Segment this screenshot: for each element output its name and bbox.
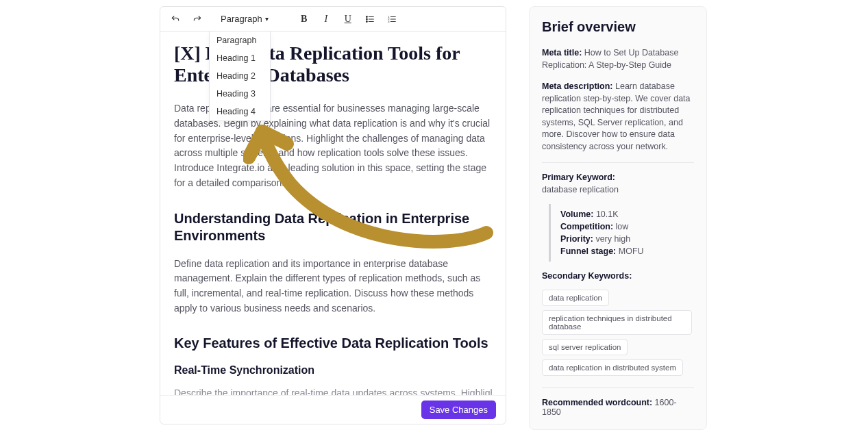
funnel-value: MOFU [619, 246, 644, 256]
numbered-list-button[interactable]: 123 [384, 11, 400, 27]
secondary-keywords-label: Secondary Keywords: [542, 271, 694, 281]
secondary-keyword-tag: sql server replication [542, 339, 628, 355]
meta-title-block: Meta title: How to Set Up Database Repli… [542, 47, 694, 71]
secondary-keyword-tag: data replication [542, 290, 609, 306]
brief-heading: Brief overview [542, 19, 694, 35]
wordcount-label: Recommended wordcount: [542, 398, 652, 407]
subsection-heading[interactable]: Real-Time Synchronization [174, 364, 492, 377]
italic-button[interactable]: I [318, 11, 334, 27]
competition-value: low [616, 222, 629, 231]
svg-point-0 [366, 16, 367, 17]
competition-label: Competition: [560, 222, 613, 231]
meta-title-label: Meta title: [542, 48, 582, 58]
section-heading[interactable]: Understanding Data Replication in Enterp… [174, 210, 492, 244]
priority-value: very high [595, 234, 630, 244]
block-format-label: Paragraph [221, 14, 262, 24]
underline-button[interactable]: U [340, 11, 356, 27]
svg-point-2 [366, 21, 367, 22]
divider [542, 162, 694, 163]
format-option-paragraph[interactable]: Paragraph [210, 31, 270, 49]
svg-point-1 [366, 18, 367, 20]
editor-toolbar: Paragraph ▾ B I U 123 Paragraph Heading … [160, 7, 506, 31]
primary-keyword-value: database replication [542, 185, 694, 194]
editor-panel: Paragraph ▾ B I U 123 Paragraph Heading … [160, 6, 506, 424]
meta-description-block: Meta description: Learn database replica… [542, 81, 694, 153]
bold-button[interactable]: B [296, 11, 312, 27]
section-heading[interactable]: Key Features of Effective Data Replicati… [174, 335, 492, 352]
divider [542, 387, 694, 388]
volume-label: Volume: [560, 209, 593, 219]
redo-button[interactable] [189, 11, 206, 27]
chevron-down-icon: ▾ [265, 15, 269, 23]
secondary-keywords-list: data replication replication techniques … [542, 288, 694, 378]
block-format-menu: Paragraph Heading 1 Heading 2 Heading 3 … [209, 31, 271, 121]
save-changes-button[interactable]: Save Changes [421, 401, 496, 419]
svg-text:3: 3 [388, 19, 390, 23]
wordcount-row: Recommended wordcount: 1600-1850 [542, 398, 694, 417]
funnel-label: Funnel stage: [560, 246, 616, 256]
undo-button[interactable] [167, 11, 184, 27]
keyword-stats: Volume: 10.1K Competition: low Priority:… [549, 204, 694, 262]
meta-description-value: Learn database replication step-by-step.… [542, 81, 691, 151]
format-option-heading2[interactable]: Heading 2 [210, 67, 270, 85]
priority-label: Priority: [560, 234, 593, 244]
block-format-dropdown[interactable]: Paragraph ▾ [216, 12, 273, 25]
format-option-heading4[interactable]: Heading 4 [210, 103, 270, 120]
section-paragraph[interactable]: Define data replication and its importan… [174, 257, 492, 316]
format-option-heading3[interactable]: Heading 3 [210, 85, 270, 103]
secondary-keyword-tag: data replication in distributed system [542, 359, 683, 376]
bulleted-list-button[interactable] [362, 11, 378, 27]
subsection-paragraph[interactable]: Describe the importance of real-time dat… [174, 386, 492, 395]
volume-value: 10.1K [596, 209, 619, 219]
brief-overview-panel: Brief overview Meta title: How to Set Up… [529, 6, 707, 430]
format-option-heading1[interactable]: Heading 1 [210, 49, 270, 67]
editor-footer: Save Changes [160, 395, 506, 424]
secondary-keyword-tag: replication techniques in distributed da… [542, 310, 692, 335]
primary-keyword-label: Primary Keyword: [542, 173, 694, 182]
meta-description-label: Meta description: [542, 81, 613, 91]
